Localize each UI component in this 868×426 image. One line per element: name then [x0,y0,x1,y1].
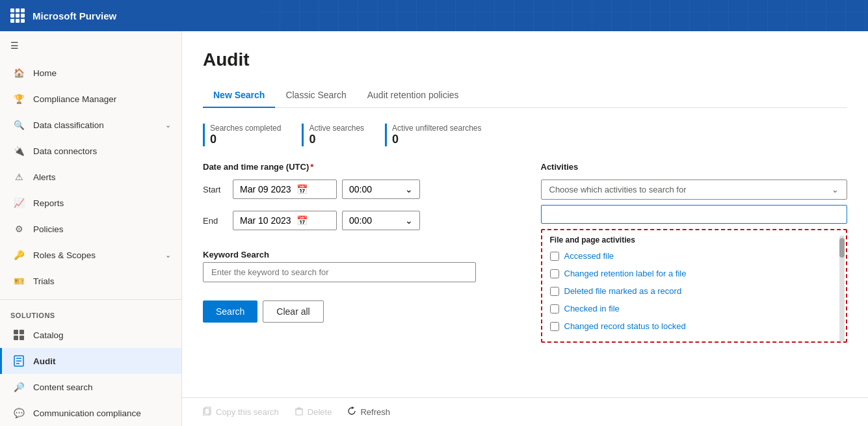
dropdown-item-4[interactable]: Changed record status to locked [542,317,847,335]
sidebar-item-audit[interactable]: Audit [0,348,181,374]
tab-bar: New Search Classic Search Audit retentio… [203,83,847,108]
chevron-down-icon-end: ⌄ [405,215,413,226]
stat-active-searches: Active searches 0 [302,124,364,146]
end-label: End [203,216,228,226]
form-grid: Date and time range (UTC)* Start Mar 09 … [203,162,847,343]
sidebar-item-trials[interactable]: 🎫 Trials [0,268,181,294]
calendar-icon: 📅 [296,184,308,194]
keyword-input[interactable] [203,262,476,282]
vertical-scrollbar[interactable] [839,235,845,343]
checkbox-4[interactable] [550,322,559,331]
start-label: Start [203,185,228,194]
stat-label-2: Active unfiltered searches [392,124,481,133]
stat-label-1: Active searches [309,124,364,133]
sidebar-item-content-search[interactable]: 🔎 Content search [0,374,181,400]
end-time-select[interactable]: 00:00 ⌄ [342,211,420,230]
delete-action[interactable]: Delete [295,406,332,418]
required-star: * [310,162,313,172]
page-title: Audit [203,49,847,70]
sidebar-item-policies[interactable]: ⚙ Policies [0,216,181,242]
tab-new-search[interactable]: New Search [203,83,275,108]
policies-icon: ⚙ [12,222,25,235]
horizontal-scrollbar[interactable]: ◀ ▶ [542,341,847,343]
alerts-icon: ⚠ [12,170,25,183]
blueprint-decoration [261,0,869,31]
stat-active-unfiltered: Active unfiltered searches 0 [385,124,481,146]
dropdown-item-2[interactable]: Deleted file marked as a record [542,282,847,300]
calendar-icon-end: 📅 [296,215,308,226]
stat-value-1: 0 [309,133,364,146]
dropdown-item-0[interactable]: Accessed file [542,247,847,265]
sidebar-item-home[interactable]: 🏠 Home [0,60,181,86]
catalog-icon [12,328,25,341]
svg-rect-3 [20,336,24,340]
stats-row: Searches completed 0 Active searches 0 A… [203,124,847,146]
sidebar-toggle[interactable]: ☰ [0,31,181,60]
stat-value-2: 0 [392,133,481,146]
chevron-down-icon-start: ⌄ [405,184,413,194]
clear-all-button[interactable]: Clear all [263,300,323,323]
activities-search-input[interactable] [541,205,848,224]
chevron-down-icon-2: ⌄ [165,251,171,260]
sidebar: ☰ 🏠 Home 🏆 Compliance Manager 🔍 Data cla… [0,31,182,426]
stat-searches-completed: Searches completed 0 [203,124,281,146]
activities-panel: Activities Choose which activities to se… [541,162,848,343]
refresh-action[interactable]: Refresh [347,406,390,418]
reports-icon: 📈 [12,196,25,209]
communication-icon: 💬 [12,406,25,419]
checkbox-1[interactable] [550,269,559,278]
sidebar-item-communication-compliance[interactable]: 💬 Communication compliance [0,400,181,426]
form-left: Date and time range (UTC)* Start Mar 09 … [203,162,510,343]
start-date-input[interactable]: Mar 09 2023 📅 [233,180,337,199]
dropdown-item-3[interactable]: Checked in file [542,300,847,317]
copy-icon [203,406,212,418]
sidebar-item-compliance-manager[interactable]: 🏆 Compliance Manager [0,86,181,112]
tab-classic-search[interactable]: Classic Search [275,83,356,108]
stat-label-0: Searches completed [210,124,281,133]
content-area: Audit New Search Classic Search Audit re… [182,31,868,397]
start-date-row: Start Mar 09 2023 📅 00:00 ⌄ [203,180,510,199]
scroll-right-icon[interactable]: ▶ [839,341,845,343]
dropdown-item-1[interactable]: Changed retention label for a file [542,265,847,282]
hamburger-icon: ☰ [10,40,19,51]
audit-icon [12,354,25,367]
date-time-label: Date and time range (UTC)* [203,162,510,172]
dropdown-category: File and page activities [542,230,847,247]
svg-rect-1 [20,330,24,334]
chevron-down-icon-activities: ⌄ [832,185,839,194]
end-date-input[interactable]: Mar 10 2023 📅 [233,211,337,230]
svg-rect-10 [296,409,302,415]
stat-value-0: 0 [210,133,281,146]
scrollbar-thumb [839,238,845,258]
sidebar-item-roles-scopes[interactable]: 🔑 Roles & Scopes ⌄ [0,242,181,268]
checkbox-2[interactable] [550,287,559,296]
bottom-bar: Copy this search Delete Refresh [182,397,868,426]
chevron-down-icon: ⌄ [165,121,171,129]
sidebar-divider [0,299,181,300]
search-button[interactable]: Search [203,300,257,323]
sidebar-item-alerts[interactable]: ⚠ Alerts [0,164,181,190]
end-date-row: End Mar 10 2023 📅 00:00 ⌄ [203,211,510,230]
keyword-section: Keyword Search [203,250,510,282]
content-search-icon: 🔎 [12,380,25,393]
keyword-label: Keyword Search [203,250,510,260]
data-classification-icon: 🔍 [12,118,25,131]
topbar: Microsoft Purview [0,0,868,31]
activities-dropdown-trigger[interactable]: Choose which activities to search for ⌄ [541,180,848,200]
main-layout: ☰ 🏠 Home 🏆 Compliance Manager 🔍 Data cla… [0,31,868,426]
sidebar-item-data-connectors[interactable]: 🔌 Data connectors [0,138,181,164]
sidebar-item-catalog[interactable]: Catalog [0,322,181,348]
sidebar-item-reports[interactable]: 📈 Reports [0,190,181,216]
tab-audit-retention[interactable]: Audit retention policies [357,83,469,108]
roles-icon: 🔑 [12,248,25,261]
activities-label: Activities [541,162,848,172]
checkbox-0[interactable] [550,252,559,261]
solutions-label: Solutions [0,305,181,322]
waffle-icon[interactable] [10,8,25,23]
checkbox-3[interactable] [550,304,559,313]
activities-dropdown-list: File and page activities Accessed file C… [541,229,848,343]
start-time-select[interactable]: 00:00 ⌄ [342,180,420,199]
copy-search-action[interactable]: Copy this search [203,406,279,418]
scroll-left-icon[interactable]: ◀ [544,341,549,343]
sidebar-item-data-classification[interactable]: 🔍 Data classification ⌄ [0,112,181,138]
